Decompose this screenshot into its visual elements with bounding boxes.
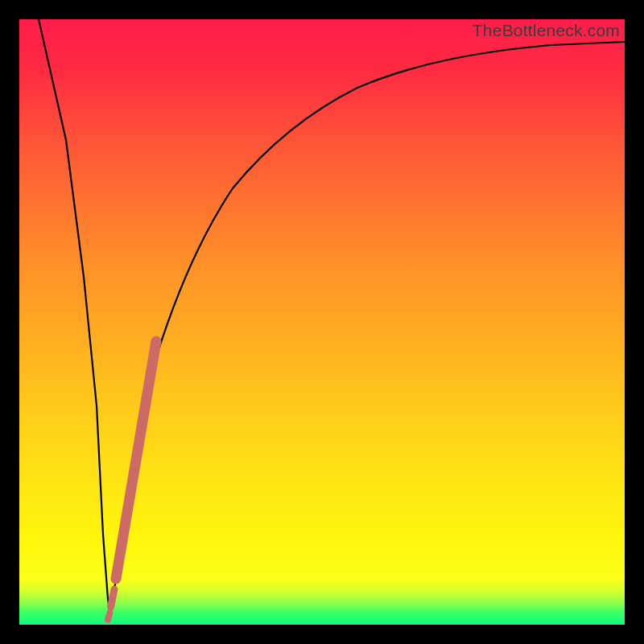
plot-area: TheBottleneck.com [19,19,625,625]
highlight-segment-gap1 [111,589,115,607]
bottleneck-curve [19,19,625,625]
highlight-segment-main [116,341,156,579]
highlight-segment-gap2 [108,613,110,620]
chart-frame: TheBottleneck.com [0,0,644,644]
